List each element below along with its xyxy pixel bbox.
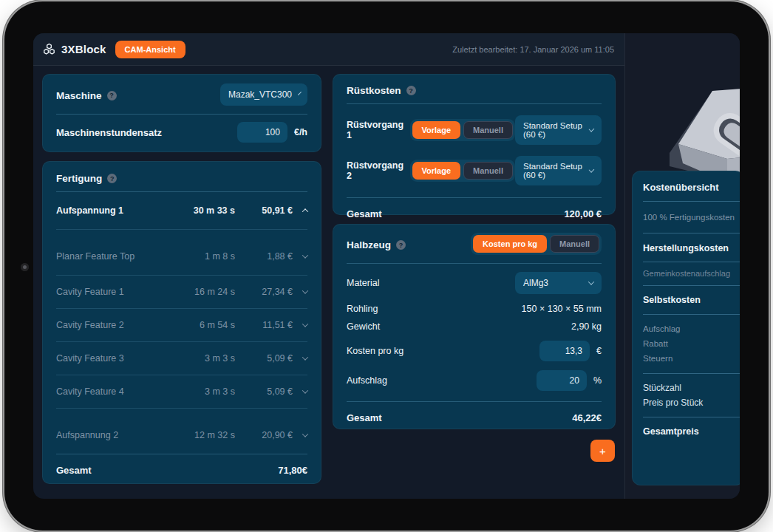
tablet-frame: 3XBlock CAM-Ansicht Zuletzt bearbeitet: … bbox=[4, 1, 769, 531]
feature-label: Cavity Feature 3 bbox=[56, 353, 165, 364]
expand-chevron-down-icon[interactable] bbox=[293, 356, 307, 361]
chevron-down-icon bbox=[588, 279, 594, 284]
feature-cost: 5,09 € bbox=[235, 353, 293, 364]
fertigung-row-cavity-1[interactable]: Cavity Feature 1 16 m 24 s 27,34 € bbox=[56, 275, 307, 308]
fertigungskosten-row: 100 % Fertigungskosten bbox=[643, 210, 740, 225]
machine-rate-input[interactable]: 100 bbox=[237, 122, 287, 143]
fertigung-title: Fertigung bbox=[56, 173, 102, 184]
aufschlag-row: Aufschlag bbox=[643, 321, 740, 336]
expand-chevron-down-icon[interactable] bbox=[293, 389, 307, 394]
panel-kostenuebersicht: Kostenübersicht 100 % Fertigungskosten H… bbox=[632, 171, 740, 485]
vorlage-toggle-button[interactable]: Vorlage bbox=[412, 121, 461, 139]
ruestkosten-total-label: Gesamt bbox=[347, 208, 382, 219]
feature-time: 3 m 3 s bbox=[165, 386, 235, 397]
fertigung-row-aufspannung-2[interactable]: Aufspannung 2 12 m 32 s 20,90 € bbox=[56, 417, 307, 454]
gemeinkostenaufschlag-row: Gemeinkostenaufschlag bbox=[643, 267, 740, 279]
rabatt-row: Rabatt bbox=[643, 336, 740, 351]
fertigung-total-value: 71,80€ bbox=[278, 465, 307, 476]
collapse-chevron-up-icon[interactable] bbox=[293, 208, 307, 213]
part-preview-3d bbox=[625, 33, 740, 174]
feature-cost: 11,51 € bbox=[235, 320, 293, 330]
add-button[interactable]: + bbox=[590, 440, 615, 462]
top-bar: 3XBlock CAM-Ansicht Zuletzt bearbeitet: … bbox=[33, 33, 624, 66]
maschine-title: Maschine bbox=[56, 90, 102, 101]
expand-chevron-down-icon[interactable] bbox=[293, 323, 307, 327]
ruestvorgang-2-label: Rüstvorgang 2 bbox=[347, 160, 410, 181]
feature-cost: 1,88 € bbox=[235, 251, 293, 262]
herstellungskosten-row: Herstellungskosten bbox=[643, 242, 740, 255]
cam-view-badge[interactable]: CAM-Ansicht bbox=[115, 41, 185, 58]
feature-time: 30 m 33 s bbox=[165, 205, 235, 216]
feature-time: 12 m 32 s bbox=[165, 430, 235, 440]
feature-cost: 50,91 € bbox=[235, 205, 293, 216]
vorlage-toggle-button[interactable]: Vorlage bbox=[412, 162, 461, 180]
panel-fertigung: Fertigung ? Aufspannung 1 30 m 33 s 50,9… bbox=[42, 161, 321, 484]
feature-label: Aufspannung 2 bbox=[56, 430, 165, 440]
aufschlag-label: Aufschlag bbox=[347, 375, 387, 386]
maschine-info-icon[interactable]: ? bbox=[107, 91, 117, 100]
ruestkosten-info-icon[interactable]: ? bbox=[406, 86, 416, 95]
fertigung-total-label: Gesamt bbox=[56, 465, 92, 476]
fertigung-row-aufspannung-1[interactable]: Aufspannung 1 30 m 33 s 50,91 € bbox=[56, 192, 307, 229]
fertigung-row-cavity-2[interactable]: Cavity Feature 2 6 m 54 s 11,51 € bbox=[56, 308, 307, 341]
material-label: Material bbox=[347, 278, 379, 288]
feature-time: 3 m 3 s bbox=[165, 353, 235, 364]
manuell-toggle-button[interactable]: Manuell bbox=[463, 121, 513, 139]
fertigung-row-cavity-4[interactable]: Cavity Feature 4 3 m 3 s 5,09 € bbox=[56, 375, 307, 408]
ruestvorgang-1-label: Rüstvorgang 1 bbox=[347, 120, 410, 140]
rohling-value: 150 × 130 × 55 mm bbox=[522, 304, 602, 314]
manuell-toggle-button[interactable]: Manuell bbox=[463, 162, 513, 180]
aufschlag-input[interactable]: 20 bbox=[537, 370, 587, 391]
selbstkosten-row: Selbstkosten bbox=[643, 293, 740, 307]
expand-chevron-down-icon[interactable] bbox=[293, 290, 307, 294]
expand-chevron-down-icon[interactable] bbox=[293, 433, 307, 437]
material-select-value: AlMg3 bbox=[523, 278, 548, 288]
material-select[interactable]: AlMg3 bbox=[515, 272, 602, 294]
feature-cost: 20,90 € bbox=[235, 430, 293, 440]
gewicht-value: 2,90 kg bbox=[571, 321, 602, 332]
app-logo-icon bbox=[43, 43, 55, 55]
kosten-pro-kg-unit: € bbox=[596, 346, 602, 356]
panel-maschine: Maschine ? Mazak_VTC300 Maschinenstunden… bbox=[42, 74, 321, 152]
setup-select-value: Standard Setup (60 €) bbox=[523, 121, 582, 139]
ruestvorgang-2-setup-select[interactable]: Standard Setup (60 €) bbox=[515, 156, 602, 185]
feature-label: Cavity Feature 4 bbox=[56, 386, 165, 397]
machine-select[interactable]: Mazak_VTC300 bbox=[220, 83, 307, 106]
right-sidebar: Kostenübersicht 100 % Fertigungskosten H… bbox=[625, 33, 740, 499]
feature-label: Cavity Feature 2 bbox=[56, 320, 165, 330]
feature-time: 6 m 54 s bbox=[165, 320, 235, 330]
ruestvorgang-2-row: Rüstvorgang 2 Vorlage Manuell Standard S… bbox=[347, 156, 602, 185]
steuern-row: Steuern bbox=[643, 351, 740, 366]
app-title: 3XBlock bbox=[61, 43, 106, 55]
fertigung-info-icon[interactable]: ? bbox=[107, 174, 117, 183]
ruestvorgang-1-mode-toggle: Vorlage Manuell bbox=[410, 119, 515, 141]
feature-label: Aufspannung 1 bbox=[56, 205, 165, 216]
ruestvorgang-1-row: Rüstvorgang 1 Vorlage Manuell Standard S… bbox=[347, 115, 602, 145]
kosten-pro-kg-toggle-button[interactable]: Kosten pro kg bbox=[473, 235, 547, 253]
gewicht-label: Gewicht bbox=[347, 321, 380, 332]
gesamtpreis-row: Gesamtpreis bbox=[643, 425, 740, 438]
kostenuebersicht-title: Kostenübersicht bbox=[643, 182, 740, 193]
ruestvorgang-2-mode-toggle: Vorlage Manuell bbox=[410, 160, 515, 182]
fertigung-row-planar-top[interactable]: Planar Feature Top 1 m 8 s 1,88 € bbox=[56, 238, 307, 275]
manuell-toggle-button[interactable]: Manuell bbox=[550, 235, 599, 253]
feature-time: 16 m 24 s bbox=[165, 287, 235, 297]
chevron-down-icon bbox=[589, 167, 594, 172]
fertigung-row-cavity-3[interactable]: Cavity Feature 3 3 m 3 s 5,09 € bbox=[56, 341, 307, 375]
tablet-camera bbox=[21, 263, 29, 271]
feature-label: Cavity Feature 1 bbox=[56, 287, 165, 297]
feature-cost: 27,34 € bbox=[235, 287, 293, 297]
expand-chevron-down-icon[interactable] bbox=[293, 254, 307, 259]
stueckzahl-row: Stückzahl bbox=[643, 381, 740, 395]
ruestkosten-title: Rüstkosten bbox=[347, 85, 401, 96]
kosten-pro-kg-input[interactable]: 13,3 bbox=[539, 341, 590, 361]
halbzeug-total-value: 46,22€ bbox=[572, 412, 602, 423]
halbzeug-info-icon[interactable]: ? bbox=[396, 240, 406, 250]
ruestvorgang-1-setup-select[interactable]: Standard Setup (60 €) bbox=[515, 115, 602, 145]
halbzeug-mode-toggle: Kosten pro kg Manuell bbox=[471, 233, 602, 255]
last-edited-text: Zuletzt bearbeitet: 17. Januar 2026 um 1… bbox=[452, 45, 614, 54]
ruestkosten-total-value: 120,00 € bbox=[564, 208, 602, 219]
machine-rate-unit: €/h bbox=[294, 127, 307, 137]
app-screen: 3XBlock CAM-Ansicht Zuletzt bearbeitet: … bbox=[33, 33, 740, 499]
aufschlag-unit: % bbox=[593, 375, 602, 386]
